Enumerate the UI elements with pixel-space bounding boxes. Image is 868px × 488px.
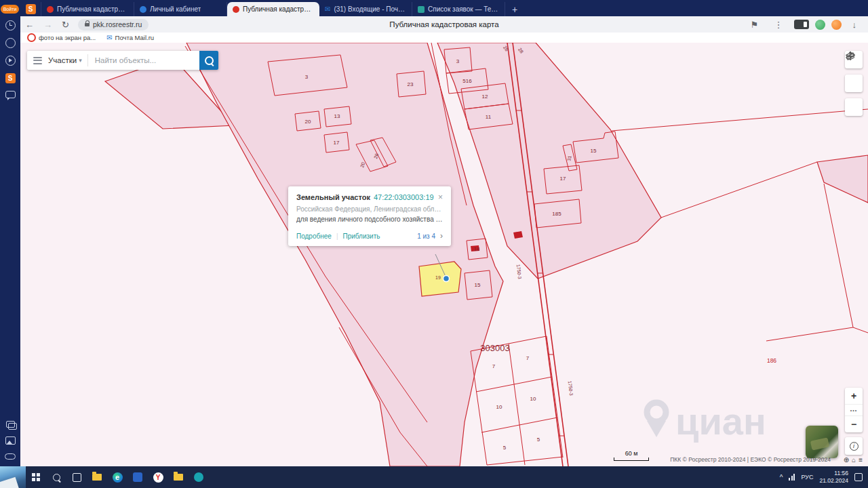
record-icon[interactable] bbox=[5, 38, 16, 48]
parcel-label: 31 bbox=[566, 155, 572, 161]
tray-time: 11:56 bbox=[819, 470, 848, 477]
side-panel-button[interactable] bbox=[794, 20, 809, 29]
parcel-label: 5 bbox=[503, 445, 507, 451]
parcel-label: 186 bbox=[767, 357, 776, 364]
map-info-button[interactable]: i bbox=[845, 437, 863, 455]
popup-usage: для ведения личного подсобного хозяйства… bbox=[296, 216, 443, 223]
tab-mail-inbox[interactable]: ✉ (31) Входящие - Почта Ма bbox=[319, 2, 412, 16]
tab-personal-account[interactable]: Личный кабинет bbox=[134, 2, 227, 16]
zoom-more-button[interactable]: ••• bbox=[845, 404, 863, 416]
login-button[interactable]: Войти bbox=[1, 5, 19, 14]
s-logo-icon: S bbox=[26, 4, 36, 14]
taskbar-search-button[interactable] bbox=[46, 466, 66, 488]
history-icon[interactable] bbox=[5, 20, 16, 30]
home-icon[interactable]: ⌂ bbox=[852, 456, 856, 464]
screen: S Публичная кадастровая к Личный кабинет… bbox=[0, 0, 868, 488]
network-icon[interactable] bbox=[789, 474, 795, 481]
pager-next-icon[interactable]: › bbox=[440, 231, 443, 241]
folder-icon bbox=[174, 474, 183, 481]
cadastral-number-link[interactable]: 47:22:0303003:19 bbox=[374, 193, 434, 201]
map-canvas[interactable]: циан 3 23 3 516 12 11 20 13 17 20 26 15 … bbox=[20, 43, 868, 466]
watermark-text: циан bbox=[675, 400, 766, 443]
parcel-info-popup: Земельный участок 47:22:0303003:19 × Рос… bbox=[288, 186, 451, 246]
pinned-tab[interactable]: S bbox=[20, 2, 41, 16]
crosshair-icon bbox=[845, 51, 856, 62]
parcel-label: 17 bbox=[334, 140, 340, 146]
yandex-button[interactable]: Y bbox=[148, 466, 168, 488]
explorer-button[interactable] bbox=[87, 466, 107, 488]
address-bar[interactable]: pkk.rosreestr.ru bbox=[78, 19, 149, 30]
reload-button[interactable]: ↻ bbox=[62, 20, 69, 29]
bookmark-item-photo[interactable]: фото на экран ра... bbox=[27, 33, 96, 42]
zoom-in-button[interactable]: + bbox=[845, 388, 863, 404]
bookmark-icon[interactable]: ⚑ bbox=[751, 20, 759, 29]
toolbar-right: ⚑ ⋮ ↓ bbox=[746, 20, 868, 30]
close-icon[interactable]: × bbox=[438, 194, 443, 201]
envelope-icon: ✉ bbox=[325, 6, 330, 13]
edge-button[interactable]: e bbox=[107, 466, 127, 488]
selected-parcel-label: 19 bbox=[435, 275, 441, 280]
tab-requests-list[interactable]: Список заявок — ТехноК bbox=[412, 2, 505, 16]
language-indicator[interactable]: РУС bbox=[801, 474, 813, 481]
app-button-teal[interactable] bbox=[189, 466, 209, 488]
downloads-icon[interactable]: ↓ bbox=[852, 20, 857, 29]
search-input[interactable] bbox=[94, 56, 199, 65]
popup-address: Российская Федерация, Ленинградская обла… bbox=[296, 205, 443, 213]
selected-parcel-marker bbox=[443, 276, 450, 282]
clock[interactable]: 11:56 21.02.2024 bbox=[819, 470, 848, 484]
search-category-select[interactable]: Участки bbox=[48, 56, 77, 64]
parcel-label: 20 bbox=[305, 119, 311, 125]
zoom-out-button[interactable]: − bbox=[845, 416, 863, 432]
games-icon[interactable] bbox=[5, 453, 16, 460]
start-button[interactable] bbox=[26, 466, 46, 488]
app-icon bbox=[194, 472, 203, 482]
tab-favicon bbox=[233, 6, 239, 13]
task-view-button[interactable] bbox=[66, 466, 87, 488]
profile-icon[interactable] bbox=[831, 20, 842, 30]
app-button-blue[interactable] bbox=[127, 466, 148, 488]
s-logo-icon[interactable]: S bbox=[5, 73, 16, 83]
back-button[interactable]: ← bbox=[25, 20, 34, 29]
tab-pkk-active[interactable]: Публичная кадастровая bbox=[227, 2, 319, 16]
tray-expand-icon[interactable]: ^ bbox=[780, 474, 783, 481]
chat-icon[interactable] bbox=[5, 91, 16, 98]
overview-map[interactable] bbox=[806, 426, 838, 458]
info-icon: i bbox=[850, 442, 859, 451]
collections-icon[interactable] bbox=[6, 421, 15, 428]
parcel-label: 185 bbox=[552, 211, 561, 217]
folder-button[interactable] bbox=[168, 466, 189, 488]
measure-button[interactable] bbox=[845, 75, 863, 92]
video-icon[interactable] bbox=[5, 56, 16, 66]
details-link[interactable]: Подробнее bbox=[296, 232, 332, 240]
quarter-label: 303003 bbox=[480, 343, 509, 353]
system-tray: ^ РУС 11:56 21.02.2024 bbox=[780, 470, 868, 484]
parcel-label: 11 bbox=[486, 114, 492, 120]
search-icon bbox=[205, 56, 214, 65]
map-search-bar: Участки ▾ bbox=[27, 51, 218, 70]
parcel-label: 7 bbox=[492, 363, 496, 369]
new-tab-button[interactable]: + bbox=[508, 3, 521, 16]
widgets-button[interactable] bbox=[0, 466, 26, 488]
map-viewport[interactable]: циан 3 23 3 516 12 11 20 13 17 20 26 15 … bbox=[20, 43, 868, 466]
zoom-controls: + ••• − bbox=[845, 388, 863, 432]
menu-icon[interactable] bbox=[33, 57, 42, 64]
parcel-label: 3 bbox=[305, 74, 309, 80]
bookmark-item-mail[interactable]: ✉ Почта Mail.ru bbox=[106, 34, 154, 41]
images-icon[interactable] bbox=[5, 436, 16, 445]
overview-map-patch bbox=[810, 437, 829, 450]
parcel-label: 7 bbox=[526, 355, 530, 361]
forward-button[interactable]: → bbox=[43, 20, 52, 29]
search-button[interactable] bbox=[199, 51, 218, 70]
parcel-label: 13 bbox=[334, 113, 340, 119]
tab-favicon bbox=[140, 6, 146, 13]
locate-button[interactable] bbox=[845, 98, 863, 116]
notifications-icon[interactable] bbox=[854, 473, 863, 481]
parcel-label: 5 bbox=[537, 436, 540, 443]
tab-pkk-1[interactable]: Публичная кадастровая к bbox=[41, 2, 134, 16]
zoom-to-link[interactable]: Приблизить bbox=[342, 232, 380, 240]
parcel-label: 23 bbox=[408, 81, 414, 87]
menu-icon[interactable]: ≡ bbox=[859, 456, 863, 464]
avatar[interactable] bbox=[815, 20, 825, 30]
target-icon[interactable]: ⊕ bbox=[844, 456, 849, 464]
overflow-menu-icon[interactable]: ⋮ bbox=[774, 20, 783, 29]
